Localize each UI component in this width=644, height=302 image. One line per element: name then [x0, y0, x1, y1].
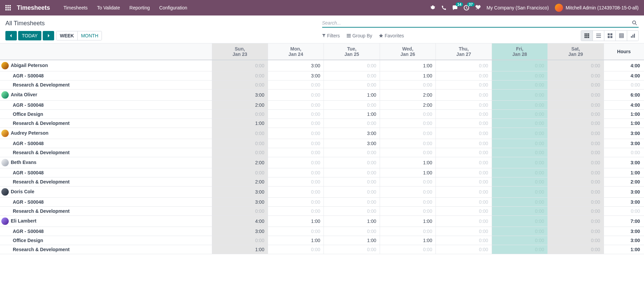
next-button[interactable]: [43, 31, 54, 40]
user-name: Mitchell Admin (12439708-15-0-all): [566, 5, 639, 10]
svg-rect-12: [608, 33, 610, 35]
list-icon: [347, 34, 351, 37]
groupby-button[interactable]: Group By: [347, 30, 372, 41]
svg-rect-0: [584, 33, 586, 35]
svg-rect-14: [608, 36, 610, 38]
nav-menu-configuration[interactable]: Configuration: [159, 5, 187, 10]
star-icon: [379, 34, 383, 38]
view-graph-button[interactable]: [627, 31, 638, 41]
scale-week-button[interactable]: WEEK: [56, 31, 77, 40]
view-kanban-button[interactable]: [604, 31, 615, 41]
search-box[interactable]: [322, 19, 639, 28]
today-button[interactable]: TODAY: [18, 31, 41, 40]
debug-icon[interactable]: [430, 5, 435, 10]
svg-rect-4: [586, 35, 588, 36]
svg-rect-1: [586, 33, 588, 35]
svg-rect-9: [596, 34, 601, 34]
svg-rect-2: [588, 33, 589, 35]
svg-rect-5: [588, 35, 589, 36]
nav-menu-reporting[interactable]: Reporting: [129, 5, 150, 10]
view-pivot-button[interactable]: [615, 31, 627, 41]
svg-rect-21: [631, 36, 632, 38]
svg-rect-13: [610, 33, 612, 35]
control-panel: All Timesheets TODAY WEEK MONTH Filters: [0, 15, 644, 41]
svg-rect-8: [588, 37, 589, 38]
apps-icon[interactable]: [5, 5, 11, 10]
company-switcher[interactable]: My Company (San Francisco): [487, 5, 549, 10]
activities-icon[interactable]: 37: [464, 5, 469, 10]
navbar: Timesheets TimesheetsTo ValidateReportin…: [0, 0, 644, 15]
svg-rect-7: [586, 37, 588, 38]
nav-menu-to-validate[interactable]: To Validate: [97, 5, 120, 10]
svg-rect-11: [596, 37, 601, 38]
nav-menu-timesheets[interactable]: Timesheets: [64, 5, 88, 10]
funnel-icon: [322, 34, 326, 37]
user-menu[interactable]: Mitchell Admin (12439708-15-0-all): [555, 4, 639, 12]
view-grid-button[interactable]: [581, 31, 593, 41]
view-list-button[interactable]: [593, 31, 604, 41]
svg-rect-23: [634, 34, 635, 38]
messages-icon[interactable]: 14: [452, 5, 458, 10]
activities-badge: 37: [467, 2, 475, 6]
favorites-button[interactable]: Favorites: [379, 30, 404, 41]
breadcrumb: All Timesheets: [5, 20, 45, 27]
user-avatar-icon: [555, 4, 563, 12]
brand[interactable]: Timesheets: [17, 4, 50, 11]
svg-rect-15: [610, 36, 612, 38]
phone-icon[interactable]: [442, 5, 446, 10]
svg-rect-22: [632, 35, 633, 38]
arrow-right-icon: [46, 34, 50, 38]
search-icon[interactable]: [631, 19, 639, 27]
scale-month-button[interactable]: MONTH: [77, 31, 102, 40]
svg-rect-16: [619, 34, 623, 38]
prev-button[interactable]: [5, 31, 17, 40]
messages-badge: 14: [456, 2, 463, 6]
arrow-left-icon: [9, 34, 13, 38]
search-input[interactable]: [322, 19, 631, 27]
view-switcher: [581, 30, 639, 41]
svg-rect-6: [584, 37, 586, 38]
tools-icon[interactable]: [475, 5, 481, 10]
svg-rect-10: [596, 35, 601, 36]
svg-rect-3: [584, 35, 586, 36]
filters-button[interactable]: Filters: [322, 30, 340, 41]
